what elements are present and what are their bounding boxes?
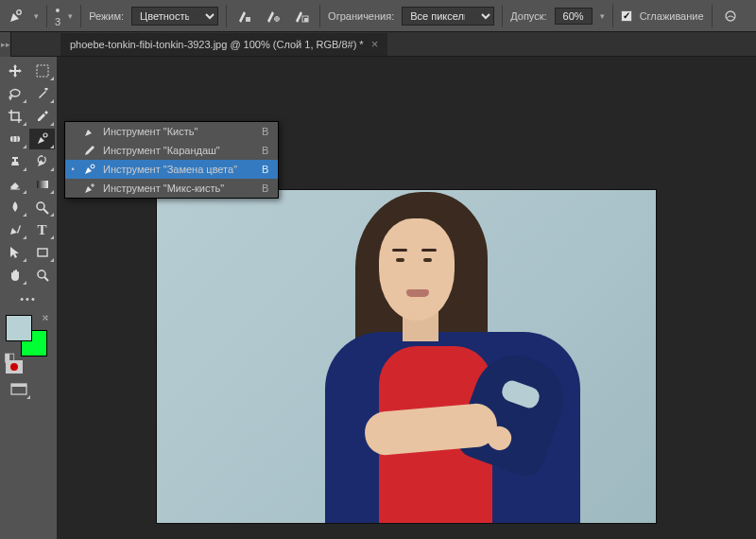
limits-select[interactable]: Все пиксели [402,7,494,26]
color-swatches[interactable]: ⤭ ◧ [6,315,47,356]
magic-wand-tool[interactable] [29,83,55,104]
flyout-label: Инструмент "Карандаш" [103,145,220,156]
svg-rect-9 [10,136,20,142]
brush-icon [82,125,97,138]
svg-point-18 [38,270,45,278]
history-brush-tool[interactable] [29,151,55,172]
antialias-checkbox[interactable]: ✓ [621,10,632,22]
flyout-item-pencil[interactable]: Инструмент "Карандаш" B [65,141,278,160]
flyout-shortcut: B [243,183,268,194]
flyout-label: Инструмент "Кисть" [103,126,198,137]
tolerance-input[interactable] [555,8,593,25]
lasso-tool[interactable] [2,83,27,104]
healing-brush-tool[interactable] [2,129,27,149]
document-title: phoebe-tonkin-fibi-tonkin-3923.jpg @ 100… [70,39,364,50]
panel-collapse-gutter[interactable]: ▸▸ [0,32,11,57]
svg-rect-21 [11,384,26,387]
tolerance-chevron-icon[interactable]: ▾ [600,11,605,21]
brush-chevron-icon[interactable]: ▾ [68,11,73,21]
swap-colors-icon[interactable]: ⤭ [42,313,49,322]
brush-preview[interactable]: • 3 [55,4,60,27]
antialias-label: Сглаживание [640,10,704,22]
mixer-brush-icon [82,182,97,195]
default-colors-icon[interactable]: ◧ [4,350,15,364]
zoom-tool[interactable] [29,265,55,286]
mode-label: Режим: [89,10,124,22]
options-bar: ▾ • 3 ▾ Режим: Цветность Ограничения: Вс… [0,0,756,32]
svg-rect-6 [304,18,308,22]
brush-tool-flyout: Инструмент "Кисть" B Инструмент "Каранда… [64,121,279,199]
brush-tool[interactable] [29,129,55,149]
edit-toolbar-icon[interactable]: ••• [2,288,55,309]
color-replacement-icon [82,163,97,176]
svg-rect-8 [37,65,48,77]
pencil-icon [82,144,97,157]
flyout-shortcut: B [243,145,268,156]
blur-tool[interactable] [2,197,27,217]
flyout-label: Инструмент "Замена цвета" [103,164,237,175]
crop-tool[interactable] [2,106,27,127]
flyout-label: Инструмент "Микс-кисть" [103,183,224,194]
svg-rect-17 [38,249,47,256]
eyedropper-tool[interactable] [29,106,55,127]
sampling-once-icon[interactable] [263,6,284,26]
document-canvas[interactable] [156,189,657,524]
tools-panel: T ••• ⤭ ◧ [0,57,57,539]
screen-mode-icon[interactable] [6,379,31,400]
svg-line-16 [43,209,48,214]
svg-point-15 [37,202,44,210]
tablet-pressure-icon[interactable] [720,6,741,26]
brush-size-value: 3 [55,17,60,27]
mode-select[interactable]: Цветность [131,7,218,26]
flyout-item-brush[interactable]: Инструмент "Кисть" B [65,122,278,141]
clone-stamp-tool[interactable] [2,151,27,172]
type-tool[interactable]: T [29,219,55,240]
sampling-background-icon[interactable] [291,6,312,26]
tool-chevron-icon[interactable]: ▾ [34,11,39,21]
marquee-tool[interactable] [29,61,55,81]
hand-tool[interactable] [2,265,27,286]
flyout-shortcut: B [243,126,268,137]
svg-point-12 [43,133,47,137]
flyout-item-color-replacement[interactable]: • Инструмент "Замена цвета" B [65,160,278,179]
current-tool-icon[interactable] [6,6,26,26]
tolerance-label: Допуск: [510,10,546,22]
document-tab-bar: phoebe-tonkin-fibi-tonkin-3923.jpg @ 100… [0,32,756,57]
foreground-color-swatch[interactable] [6,315,32,341]
svg-point-0 [17,9,22,14]
limits-label: Ограничения: [328,10,394,22]
move-tool[interactable] [2,61,27,81]
sampling-continuous-icon[interactable] [234,6,255,26]
dodge-tool[interactable] [29,197,55,217]
pen-tool[interactable] [2,219,27,240]
flyout-shortcut: B [243,164,268,175]
close-tab-icon[interactable]: × [371,37,379,51]
gradient-tool[interactable] [29,174,55,195]
flyout-item-mixer-brush[interactable]: Инструмент "Микс-кисть" B [65,179,278,198]
svg-rect-1 [246,17,250,22]
shape-tool[interactable] [29,242,55,263]
svg-rect-14 [37,181,48,188]
svg-line-19 [44,277,48,281]
path-selection-tool[interactable] [2,242,27,263]
eraser-tool[interactable] [2,174,27,195]
svg-point-22 [91,165,94,168]
document-tab[interactable]: phoebe-tonkin-fibi-tonkin-3923.jpg @ 100… [60,33,387,56]
